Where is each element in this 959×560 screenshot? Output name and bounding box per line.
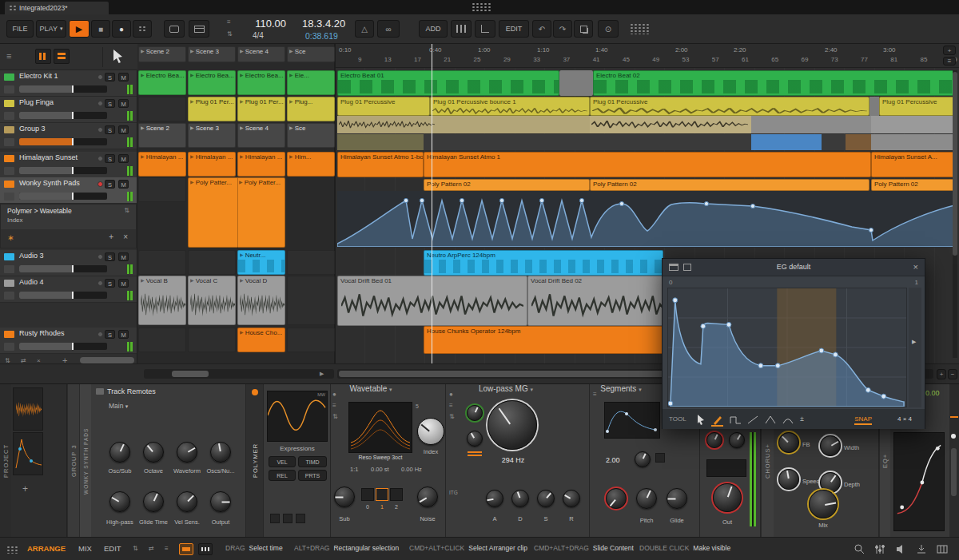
clip-cell[interactable]: ▶Electro Bea...: [138, 70, 186, 95]
midi-keyboard-icon[interactable]: [937, 543, 949, 555]
remote-knob[interactable]: [109, 442, 130, 463]
eq-display[interactable]: [893, 432, 945, 531]
file-menu-button[interactable]: FILE: [6, 20, 34, 38]
cursor-tool-icon[interactable]: [696, 414, 706, 425]
link-icon[interactable]: ⇄: [149, 545, 154, 552]
scene-header[interactable]: ▶Scene 2: [138, 46, 186, 62]
search-icon[interactable]: [854, 543, 865, 555]
remove-modulator-button[interactable]: ×: [123, 232, 128, 241]
arranger-clip[interactable]: Himalayan Sunset A...: [871, 152, 957, 177]
audio-clip-cell[interactable]: ▶Vocal B: [138, 276, 186, 325]
preset-icon[interactable]: ≡: [332, 402, 336, 409]
audio-clip-cell[interactable]: ▶Vocal D: [237, 276, 285, 325]
zoom-out-button[interactable]: −: [948, 369, 957, 379]
track-row[interactable]: Himalayan Sunset S M: [0, 152, 137, 178]
scene-header[interactable]: ▶Scene 4: [237, 46, 285, 62]
ruler-menu-button[interactable]: ≡: [943, 57, 956, 66]
group-scene-cell[interactable]: ▶Scene 3: [188, 123, 236, 148]
modulator-icon[interactable]: ∗: [7, 233, 14, 242]
sustain-knob[interactable]: [537, 490, 555, 507]
clip-cell[interactable]: ▶Himalayan ...: [138, 152, 186, 177]
scroll-lock-icon[interactable]: ⇅: [133, 545, 138, 552]
track-row[interactable]: Plug Finga S M: [0, 97, 137, 123]
mixer-view-button[interactable]: [451, 20, 472, 38]
eg-modulator-window[interactable]: EG default × 0 1 ▶ TOOL ± SNAP 4 × 4: [662, 258, 925, 429]
scene-play-icon[interactable]: ▶: [240, 49, 244, 54]
solo-button[interactable]: S: [105, 180, 115, 189]
clip-cell[interactable]: ▶Him...: [287, 152, 335, 177]
modulator-cell[interactable]: [13, 387, 43, 431]
loop-button[interactable]: ∞: [377, 20, 400, 38]
trigger-mode-button[interactable]: [655, 453, 665, 463]
position-display[interactable]: 18.3.4.20: [302, 18, 345, 30]
edit-menu-button[interactable]: EDIT: [499, 20, 529, 38]
solo-button[interactable]: S: [105, 252, 115, 261]
tempo-display[interactable]: 110.00: [237, 18, 286, 30]
launcher-view-toggle[interactable]: [35, 49, 51, 64]
filter-header[interactable]: Low-pass MG ▾: [446, 384, 566, 393]
expression-timd-button[interactable]: TIMD: [298, 456, 327, 467]
volume-fader[interactable]: [19, 167, 107, 174]
time-display[interactable]: 0:38.619: [305, 31, 338, 41]
remote-knob[interactable]: [143, 442, 164, 463]
audio-sublane[interactable]: [337, 116, 590, 133]
mute-button[interactable]: M: [118, 279, 129, 288]
volume-fader[interactable]: [19, 112, 107, 119]
lane-segment[interactable]: [846, 134, 871, 150]
record-arm[interactable]: [97, 280, 103, 286]
remote-knob[interactable]: [210, 491, 231, 512]
snap-toggle[interactable]: SNAP: [854, 415, 872, 425]
mute-button[interactable]: M: [118, 125, 129, 134]
lane-segment[interactable]: [871, 134, 957, 150]
solo-button[interactable]: S: [105, 330, 115, 339]
itg-label[interactable]: ITG: [449, 490, 458, 495]
clip-cell[interactable]: ▶Himalayan ...: [237, 152, 285, 177]
decay-knob[interactable]: [511, 490, 529, 507]
oscilloscope-display[interactable]: MW: [267, 391, 328, 442]
pitch-knob[interactable]: [636, 488, 657, 509]
clip-cell[interactable]: ▶Plug...: [287, 97, 335, 121]
tempo-nudge-icon[interactable]: ⇅: [227, 30, 233, 38]
speed-knob[interactable]: [778, 469, 799, 490]
group-scene-cell[interactable]: ▶Scene 4: [237, 123, 285, 148]
tab-arrange[interactable]: ARRANGE: [27, 544, 66, 553]
play-marker-icon[interactable]: ▶: [912, 339, 916, 345]
audio-engine-icon[interactable]: [895, 543, 907, 555]
remote-knob[interactable]: [177, 491, 197, 512]
scene-play-icon[interactable]: ▶: [141, 49, 145, 54]
out-volume-knob[interactable]: [713, 483, 742, 512]
arranger-view-toggle[interactable]: [54, 49, 70, 64]
comment-button[interactable]: [164, 20, 185, 38]
output-display[interactable]: [706, 459, 746, 477]
loop-knob[interactable]: [606, 488, 627, 509]
empty-clip-slot[interactable]: [287, 276, 335, 325]
track-row[interactable]: Audio 4 S M: [0, 276, 137, 303]
ratio-value[interactable]: 1:1: [350, 466, 358, 473]
eq-gain-value[interactable]: 0.00: [925, 389, 940, 397]
swap-icon[interactable]: ⇅: [332, 413, 338, 420]
record-arm[interactable]: [97, 332, 103, 337]
empty-clip-slot[interactable]: [138, 250, 186, 275]
expression-prts-button[interactable]: PRTS: [298, 470, 327, 481]
osc-shape-button[interactable]: [296, 514, 305, 523]
mute-button[interactable]: M: [118, 180, 129, 189]
filter-icon[interactable]: ≡: [6, 51, 11, 61]
tab-group3[interactable]: GROUP 3: [67, 384, 79, 538]
segments-display[interactable]: [604, 402, 660, 439]
segments-rate-knob[interactable]: [635, 451, 651, 467]
arranger-clip[interactable]: House Chunks Operator 124bpm: [424, 326, 687, 354]
tab-edit[interactable]: EDIT: [104, 544, 121, 553]
audio-sublane[interactable]: [871, 116, 957, 133]
arranger-clip[interactable]: Poly Pattern 02: [424, 179, 590, 191]
arranger-clip[interactable]: Plug 01 Percussive: [879, 97, 957, 116]
width-knob[interactable]: [820, 435, 841, 456]
arranger-clip[interactable]: Himalayan Sunset Atmo 1-bounce-: [337, 152, 424, 177]
folder-icon[interactable]: ≡: [593, 391, 597, 398]
time-signature[interactable]: 4/4: [253, 31, 264, 40]
expression-vel-button[interactable]: VEL: [269, 456, 296, 467]
clip-cell[interactable]: ▶House Cho...: [237, 328, 285, 352]
device-power-toggle[interactable]: [252, 389, 258, 395]
release-knob[interactable]: [563, 490, 580, 507]
empty-clip-slot[interactable]: [287, 250, 335, 275]
eg-graph[interactable]: [667, 288, 907, 407]
